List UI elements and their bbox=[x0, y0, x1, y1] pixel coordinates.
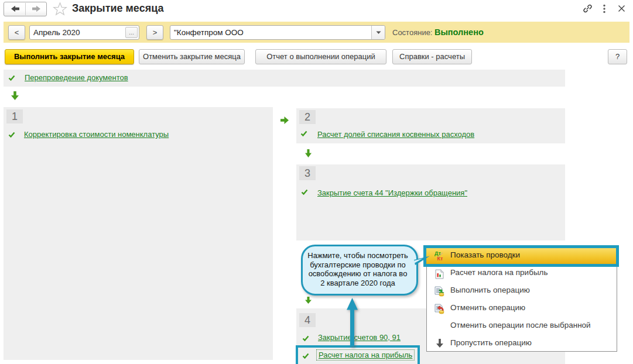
svg-text:Кт: Кт bbox=[437, 256, 443, 262]
